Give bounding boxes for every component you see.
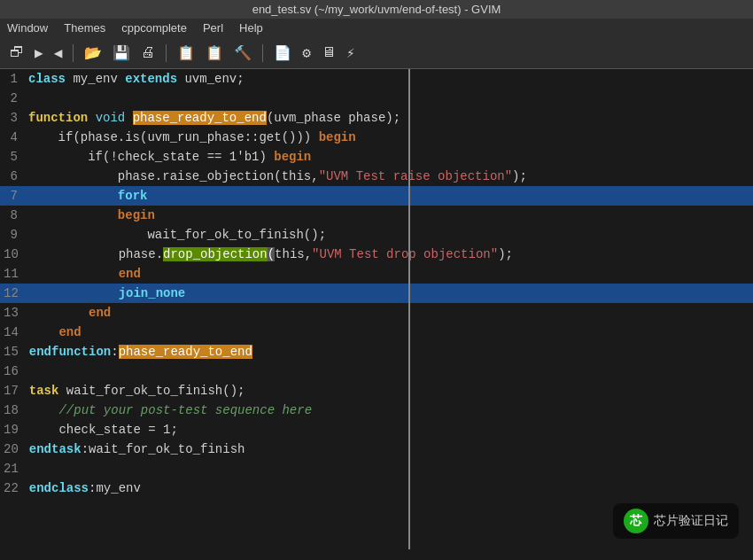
code-line-1: 1 class my_env extends uvm_env; xyxy=(0,69,753,89)
code-line-5: 5 if(!check_state == 1'b1) begin xyxy=(0,147,753,167)
line-num-15: 15 xyxy=(0,342,26,362)
code-line-8: 8 begin xyxy=(0,206,753,225)
menu-help[interactable]: Help xyxy=(239,21,263,35)
code-line-17: 17 task wait_for_ok_to_finish(); xyxy=(0,381,753,401)
toolbar-separator-2 xyxy=(166,44,167,62)
toolbar-icon-settings[interactable]: ⚙ xyxy=(299,43,314,64)
toolbar: 🗗 ▶ ◀ 📂 💾 🖨 📋 📋 🔨 📄 ⚙ 🖥 ⚡ xyxy=(0,37,753,69)
toolbar-icon-print[interactable]: 🖨 xyxy=(138,43,158,63)
line-content-5: if(!check_state == 1'b1) begin xyxy=(25,147,753,167)
toolbar-icon-build[interactable]: 🔨 xyxy=(231,43,254,64)
code-line-22: 22 endclass:my_env xyxy=(0,478,753,498)
line-content-19: check_state = 1; xyxy=(26,420,753,439)
code-line-15: 15 endfunction:phase_ready_to_end xyxy=(0,342,753,362)
menu-bar: Window Themes cppcomplete Perl Help xyxy=(0,19,753,37)
code-line-14: 14 end xyxy=(0,323,753,342)
line-content-9: wait_for_ok_to_finish(); xyxy=(25,225,753,245)
code-line-21: 21 xyxy=(0,459,753,478)
line-num-7: 7 xyxy=(0,186,25,206)
line-content-20: endtask:wait_for_ok_to_finish xyxy=(26,439,753,459)
menu-window[interactable]: Window xyxy=(7,21,48,35)
line-num-10: 10 xyxy=(0,245,26,264)
line-num-2: 2 xyxy=(0,89,25,108)
code-line-6: 6 phase.raise_objection(this,"UVM Test r… xyxy=(0,167,753,186)
line-num-9: 9 xyxy=(0,225,25,245)
menu-perl[interactable]: Perl xyxy=(203,21,223,35)
code-line-10: 10 phase.drop_objection(this,"UVM Test d… xyxy=(0,245,753,264)
watermark: 芯 芯片验证日记 xyxy=(613,503,739,539)
line-content-18: //put your post-test sequence here xyxy=(26,401,753,420)
line-num-18: 18 xyxy=(0,401,26,420)
line-num-4: 4 xyxy=(0,128,25,147)
line-num-8: 8 xyxy=(0,206,25,225)
line-num-16: 16 xyxy=(0,362,26,381)
line-content-1: class my_env extends uvm_env; xyxy=(25,69,753,89)
code-line-20: 20 endtask:wait_for_ok_to_finish xyxy=(0,439,753,459)
toolbar-icon-doc[interactable]: 📄 xyxy=(271,43,294,64)
code-area: 1 class my_env extends uvm_env; 2 3 func… xyxy=(0,69,753,549)
line-content-15: endfunction:phase_ready_to_end xyxy=(26,342,753,362)
line-num-17: 17 xyxy=(0,381,26,401)
code-line-11: 11 end xyxy=(0,264,753,284)
line-content-12: join_none xyxy=(26,284,753,303)
line-num-20: 20 xyxy=(0,439,26,459)
line-num-5: 5 xyxy=(0,147,25,167)
code-line-13: 13 end xyxy=(0,303,753,323)
toolbar-icon-copy2[interactable]: 📋 xyxy=(203,43,226,64)
line-content-11: end xyxy=(26,264,753,284)
menu-cppcomplete[interactable]: cppcomplete xyxy=(121,21,187,35)
line-content-7: fork xyxy=(25,186,753,206)
line-content-3: function void phase_ready_to_end(uvm_pha… xyxy=(25,108,753,128)
line-content-6: phase.raise_objection(this,"UVM Test rai… xyxy=(25,167,753,186)
code-line-18: 18 //put your post-test sequence here xyxy=(0,401,753,420)
line-num-22: 22 xyxy=(0,478,26,498)
line-num-13: 13 xyxy=(0,303,26,323)
line-content-22: endclass:my_env xyxy=(26,478,753,498)
line-content-14: end xyxy=(26,323,753,342)
line-content-2 xyxy=(25,89,753,108)
line-content-17: task wait_for_ok_to_finish(); xyxy=(26,381,753,401)
line-num-19: 19 xyxy=(0,420,26,439)
line-num-6: 6 xyxy=(0,167,25,186)
toolbar-icon-save[interactable]: 💾 xyxy=(110,43,133,64)
toolbar-icon-forward[interactable]: ▶ xyxy=(32,43,46,64)
menu-themes[interactable]: Themes xyxy=(64,21,105,35)
line-num-12: 12 xyxy=(0,284,26,303)
code-line-3: 3 function void phase_ready_to_end(uvm_p… xyxy=(0,108,753,128)
toolbar-icon-new[interactable]: 🗗 xyxy=(7,43,27,63)
code-line-12: 12 join_none xyxy=(0,284,753,303)
code-line-9: 9 wait_for_ok_to_finish(); xyxy=(0,225,753,245)
code-line-16: 16 xyxy=(0,362,753,381)
toolbar-icon-terminal[interactable]: 🖥 xyxy=(319,43,338,63)
line-num-14: 14 xyxy=(0,323,26,342)
line-content-8: begin xyxy=(25,206,753,225)
toolbar-separator-1 xyxy=(73,44,74,62)
line-num-21: 21 xyxy=(0,459,26,478)
line-content-10: phase.drop_objection(this,"UVM Test drop… xyxy=(26,245,753,264)
toolbar-icon-copy1[interactable]: 📋 xyxy=(175,43,198,64)
line-content-4: if(phase.is(uvm_run_phase::get())) begin xyxy=(25,128,753,147)
code-line-19: 19 check_state = 1; xyxy=(0,420,753,439)
code-line-4: 4 if(phase.is(uvm_run_phase::get())) beg… xyxy=(0,128,753,147)
watermark-text: 芯片验证日记 xyxy=(654,513,728,529)
line-content-16 xyxy=(26,362,753,381)
toolbar-icon-open[interactable]: 📂 xyxy=(82,43,105,64)
toolbar-icon-run[interactable]: ⚡ xyxy=(344,43,358,64)
watermark-icon: 芯 xyxy=(624,509,648,533)
toolbar-separator-3 xyxy=(262,44,263,62)
code-line-2: 2 xyxy=(0,89,753,108)
line-content-13: end xyxy=(26,303,753,323)
code-line-7: 7 fork xyxy=(0,186,753,206)
line-num-3: 3 xyxy=(0,108,25,128)
title-bar: end_test.sv (~/my_work/uvm/end-of-test) … xyxy=(0,0,753,19)
line-content-21 xyxy=(26,459,753,478)
line-num-11: 11 xyxy=(0,264,26,284)
line-num-1: 1 xyxy=(0,69,25,89)
toolbar-icon-back[interactable]: ◀ xyxy=(51,43,66,64)
